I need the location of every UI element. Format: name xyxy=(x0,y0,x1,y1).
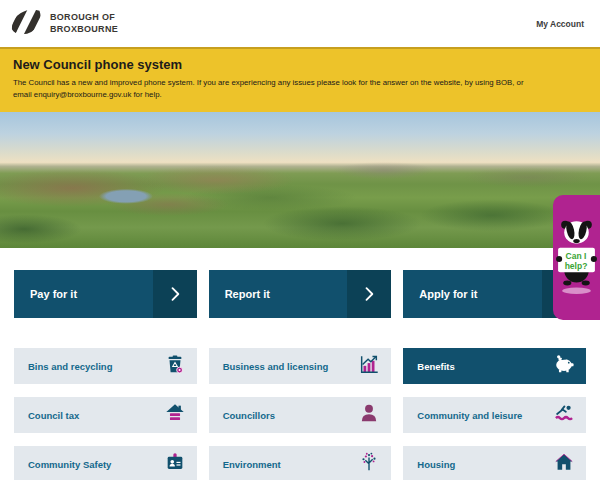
button-label: Pay for it xyxy=(14,288,77,300)
main-content: Pay for it Report it Apply for it Bins a… xyxy=(0,270,600,480)
tile-environment[interactable]: Environment xyxy=(209,446,392,480)
house-coins-icon xyxy=(164,402,186,428)
badger-logo-icon xyxy=(10,8,43,40)
swimmer-icon xyxy=(553,402,575,428)
my-account-link[interactable]: My Account xyxy=(536,19,584,29)
button-label: Apply for it xyxy=(403,288,477,300)
button-label: Report it xyxy=(209,288,270,300)
tile-councillors[interactable]: Councillors xyxy=(209,397,392,433)
report-it-button[interactable]: Report it xyxy=(209,270,392,318)
tree-icon xyxy=(358,451,380,477)
tile-benefits[interactable]: Benefits xyxy=(403,348,586,384)
tile-label: Community Safety xyxy=(28,459,111,470)
tile-label: Business and licensing xyxy=(223,361,329,372)
tile-label: Benefits xyxy=(417,361,454,372)
tile-label: Council tax xyxy=(28,410,79,421)
alert-body: The Council has a new and improved phone… xyxy=(13,77,543,101)
tile-label: Housing xyxy=(417,459,455,470)
piggy-bank-icon xyxy=(553,353,575,379)
tile-label: Bins and recycling xyxy=(28,361,112,372)
borough-logo[interactable]: BOROUGH OF BROXBOURNE xyxy=(10,8,118,40)
site-header: BOROUGH OF BROXBOURNE My Account xyxy=(0,0,600,47)
bin-icon xyxy=(164,353,186,379)
tile-council-tax[interactable]: Council tax xyxy=(14,397,197,433)
person-icon xyxy=(358,402,380,428)
chat-help-widget[interactable]: Can I help? xyxy=(553,195,600,320)
house-icon xyxy=(553,451,575,477)
bar-chart-icon xyxy=(358,353,380,379)
tile-community-safety[interactable]: Community Safety xyxy=(14,446,197,480)
pay-for-it-button[interactable]: Pay for it xyxy=(14,270,197,318)
id-badge-icon xyxy=(164,451,186,477)
category-tile-grid: Bins and recycling Business and licensin… xyxy=(14,348,586,480)
tile-community-and-leisure[interactable]: Community and leisure xyxy=(403,397,586,433)
action-button-row: Pay for it Report it Apply for it xyxy=(14,270,586,318)
alert-title: New Council phone system xyxy=(13,57,586,72)
tile-label: Community and leisure xyxy=(417,410,522,421)
tile-housing[interactable]: Housing xyxy=(403,446,586,480)
alert-banner: New Council phone system The Council has… xyxy=(0,47,600,112)
tile-label: Environment xyxy=(223,459,281,470)
tile-label: Councillors xyxy=(223,410,275,421)
chevron-right-icon xyxy=(347,270,391,318)
tile-bins-and-recycling[interactable]: Bins and recycling xyxy=(14,348,197,384)
logo-text: BOROUGH OF BROXBOURNE xyxy=(50,12,118,35)
tile-business-and-licensing[interactable]: Business and licensing xyxy=(209,348,392,384)
chevron-right-icon xyxy=(153,270,197,318)
hero-aerial-image xyxy=(0,112,600,248)
